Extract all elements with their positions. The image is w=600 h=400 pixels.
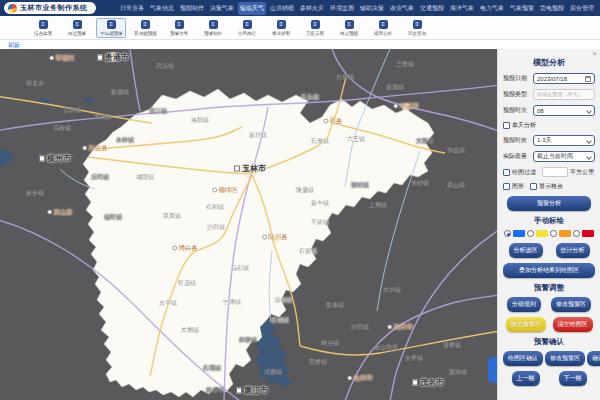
nav-item-7[interactable]: 森林火灾 [298,2,326,15]
plot-color-radio-4[interactable] [573,230,594,237]
toolbar-item-11[interactable]: ≡模型分析 [368,18,398,38]
manual-plot-button-1[interactable]: 分析选区 [509,243,543,258]
toolbar-item-label: 综合监测 [34,30,52,35]
warning-adjust-button-1[interactable]: 分级规则 [507,297,541,312]
plot-color-radio-3[interactable] [550,230,571,237]
frame-nav-button-2[interactable]: 下一幅 [559,371,587,386]
warning-adjust-button-b-2[interactable]: 清空绘图区 [553,317,593,332]
forecast-time-select[interactable]: 08 [533,105,595,116]
toolbar-item-icon: ≡ [73,20,82,29]
color-swatch [513,230,525,237]
sidebar-collapse-handle[interactable] [488,357,497,383]
nav-item-14[interactable]: 气象预警 [508,2,536,15]
warning-confirm-button-3[interactable]: 确认等级 [587,351,600,366]
warning-adjust-button-b-1[interactable]: 预览预警区 [506,317,546,332]
close-icon[interactable]: × [592,50,597,58]
toolbar-item-3[interactable]: ≡中短期预警 [96,18,126,38]
validity-value: 1-3天 [537,136,552,145]
area-filter-input[interactable] [542,167,568,177]
area-filter-unit: 平方公里 [570,168,594,177]
toolbar-item-icon: ≡ [175,20,184,29]
toolbar-item-label: 格点预报 [340,30,358,35]
color-swatch [582,230,594,237]
manual-plot-buttons: 分析选区统计分析 [503,243,595,258]
warning-adjust-buttons-row1: 分级规则修改预警区 [503,297,595,312]
forecast-date-input[interactable]: 2023/07/18 [533,73,595,84]
toolbar-item-label: 雷达拼图 [272,30,290,35]
plot-color-options [504,230,594,237]
nav-item-5[interactable]: 短临天气 [238,2,266,15]
forecast-time-value: 08 [537,108,544,114]
forecast-type-input: 精细化预报（单天） [533,89,595,100]
frame-nav-button-1[interactable]: 上一幅 [512,371,540,386]
radio-icon [550,230,557,237]
nav-item-10[interactable]: 农业气象 [388,2,416,15]
nav-item-3[interactable]: 预报制作 [178,2,206,15]
nav-item-6[interactable]: 山洪精细 [268,2,296,15]
frame-nav-buttons: 上一幅下一幅 [503,371,595,386]
module-toolbar: ≡综合监测≡临近预警≡中短期预警≡延伸期预报≡预警信号≡预警制作≡台风路径≡雷达… [0,16,600,40]
forecast-type-label: 预报类型 [503,90,531,99]
toolbar-item-icon: ≡ [345,20,354,29]
plot-color-radio-2[interactable] [527,230,548,237]
toolbar-item-1[interactable]: ≡综合监测 [28,18,58,38]
nav-item-1[interactable]: 日常业务 [118,2,146,15]
warning-confirm-button-1[interactable]: 绘图区确认 [503,351,543,366]
rain-select[interactable]: 截止当前时间 [533,151,595,162]
chevron-down-icon [586,138,592,144]
nav-item-9[interactable]: 辅助决策 [358,2,386,15]
nav-item-15[interactable]: 雷电预报 [538,2,566,15]
overlay-result-button[interactable]: 叠加分析结果到绘图区 [503,263,595,278]
nav-item-11[interactable]: 交通预报 [418,2,446,15]
toolbar-item-icon: ≡ [107,20,116,29]
map-graphics [0,49,497,400]
toolbar-item-8[interactable]: ≡雷达拼图 [266,18,296,38]
toolbar-item-10[interactable]: ≡格点预报 [334,18,364,38]
toolbar-item-label: 预警信号 [170,30,188,35]
toolbar-item-label: 模型分析 [374,30,392,35]
show-grid-checkbox[interactable] [530,183,537,190]
map-canvas[interactable]: 覃塘区贵港市武乐镇镇龙乡新塘镇云表镇大岭乡湛江镇木梓镇马岭镇横州市乐民镇南乡镇灵… [0,49,497,400]
nav-item-8[interactable]: 环境监测 [328,2,356,15]
nav-item-16[interactable]: 后台管理 [568,2,596,15]
rain-value: 截止当前时间 [537,152,573,161]
toolbar-item-icon: ≡ [39,20,48,29]
toolbar-item-6[interactable]: ≡预警制作 [198,18,228,38]
toolbar-item-2[interactable]: ≡临近预警 [62,18,92,38]
toolbar-item-icon: ≡ [311,20,320,29]
toolbar-item-9[interactable]: ≡卫星云图 [300,18,330,38]
manual-plot-button-2[interactable]: 统计分析 [556,243,590,258]
app-title: 玉林市业务制作系统 [20,3,88,13]
toolbar-item-5[interactable]: ≡预警信号 [164,18,194,38]
toolbar-item-label: 中短期预警 [100,30,123,35]
forecast-type-value: 精细化预报（单天） [537,91,583,99]
radio-icon [504,230,511,237]
graph-checkbox[interactable] [503,183,510,190]
warning-analyze-button[interactable]: 预警分析 [507,196,592,211]
toolbar-item-label: 卫星云图 [306,30,324,35]
toolbar-item-4[interactable]: ≡延伸期预报 [130,18,160,38]
toolbar-item-7[interactable]: ≡台风路径 [232,18,262,38]
rain-label: 实际雨量 [503,152,531,161]
app-logo-icon [8,4,17,13]
nav-item-2[interactable]: 气象信息 [148,2,176,15]
toolbar-item-icon: ≡ [277,20,286,29]
toolbar-item-12[interactable]: ≡历史查询 [402,18,432,38]
toolbar-item-label: 延伸期预报 [134,30,157,35]
validity-select[interactable]: 1-3天 [533,135,595,146]
plot-color-radio-1[interactable] [504,230,525,237]
nav-item-13[interactable]: 电力气象 [478,2,506,15]
warning-adjust-button-2[interactable]: 修改预警区 [551,297,591,312]
nav-item-4[interactable]: 决策气象 [208,2,236,15]
show-grid-label: 显示格点 [539,182,563,191]
toolbar-item-icon: ≡ [209,20,218,29]
nav-item-12[interactable]: 海洋气象 [448,2,476,15]
manual-plot-title: 手动标绘 [503,216,595,226]
area-filter-checkbox[interactable] [503,169,510,176]
warning-confirm-button-2[interactable]: 修改预警区 [545,351,585,366]
color-swatch [536,230,548,237]
calendar-icon[interactable] [585,76,591,82]
chevron-down-icon [586,108,592,114]
toolbar-item-icon: ≡ [243,20,252,29]
single-day-checkbox[interactable] [503,122,510,129]
